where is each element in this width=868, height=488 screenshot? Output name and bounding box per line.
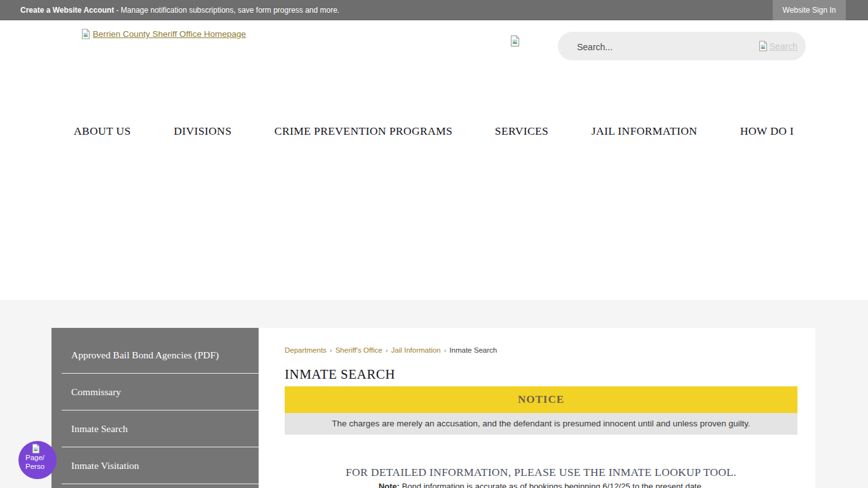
breadcrumb: Departments›Sheriff's Office›Jail Inform… <box>285 346 497 354</box>
create-account-link[interactable]: Create a Website Account <box>20 6 114 15</box>
sidebar-item-inmate-search[interactable]: Inmate Search <box>51 410 259 447</box>
bond-note-label: Note: <box>379 482 400 488</box>
broken-image-icon <box>31 444 41 454</box>
bond-note-text: Bond information is accurate as of booki… <box>400 482 703 488</box>
widget-label-line2: Perso <box>25 463 44 470</box>
search-button-label: Search <box>770 41 797 51</box>
sidebar-item-commissary[interactable]: Commissary <box>51 374 259 410</box>
search-input[interactable] <box>576 32 724 62</box>
broken-image-icon <box>81 29 91 39</box>
broken-image-icon <box>758 41 768 51</box>
breadcrumb-separator: › <box>327 346 336 354</box>
homepage-logo-link[interactable]: Berrien County Sheriff Office Homepage <box>81 29 246 39</box>
nav-item-services[interactable]: SERVICES <box>495 125 548 138</box>
breadcrumb-separator: › <box>383 346 391 354</box>
sidebar-item-approved-bail-bond-agencies[interactable]: Approved Bail Bond Agencies (PDF) <box>51 337 259 374</box>
notice-banner-body: The charges are merely an accusation, an… <box>285 413 797 435</box>
page-title: INMATE SEARCH <box>285 367 395 383</box>
broken-image-icon <box>510 35 520 47</box>
page-personalization-widget-button[interactable]: Page/ Perso <box>18 441 57 479</box>
breadcrumb-link-departments[interactable]: Departments <box>285 346 327 354</box>
account-tagline: - Manage notification subscriptions, sav… <box>114 6 339 15</box>
breadcrumb-link-sheriffs-office[interactable]: Sheriff's Office <box>336 346 383 354</box>
page: Create a Website Account - Manage notifi… <box>0 0 868 488</box>
breadcrumb-current-page: Inmate Search <box>449 346 497 354</box>
inmate-lookup-message: FOR DETAILED INFORMATION, PLEASE USE THE… <box>285 466 797 479</box>
search-bar: Search <box>558 32 806 60</box>
notice-banner-title: NOTICE <box>285 386 797 413</box>
search-button[interactable]: Search <box>758 32 797 60</box>
breadcrumb-link-jail-information[interactable]: Jail Information <box>391 346 441 354</box>
nav-item-about-us[interactable]: ABOUT US <box>74 125 131 138</box>
homepage-link-label: Berrien County Sheriff Office Homepage <box>93 29 246 39</box>
website-sign-in-button[interactable]: Website Sign In <box>773 0 846 20</box>
nav-item-jail-information[interactable]: JAIL INFORMATION <box>592 125 698 138</box>
sidebar-menu: Approved Bail Bond Agencies (PDF) Commis… <box>51 328 259 488</box>
sidebar-item-inmate-visitation[interactable]: Inmate Visitation <box>51 447 259 484</box>
nav-item-divisions[interactable]: DIVISIONS <box>173 125 231 138</box>
nav-item-how-do-i[interactable]: HOW DO I <box>740 125 794 138</box>
breadcrumb-separator: › <box>441 346 450 354</box>
widget-label-line1: Page/ <box>25 454 44 461</box>
bond-note: Note: Bond information is accurate as of… <box>285 482 797 488</box>
account-line: Create a Website Account - Manage notifi… <box>20 0 339 20</box>
nav-item-crime-prevention-programs[interactable]: CRIME PREVENTION PROGRAMS <box>275 125 452 138</box>
top-utility-bar: Create a Website Account - Manage notifi… <box>0 0 868 20</box>
